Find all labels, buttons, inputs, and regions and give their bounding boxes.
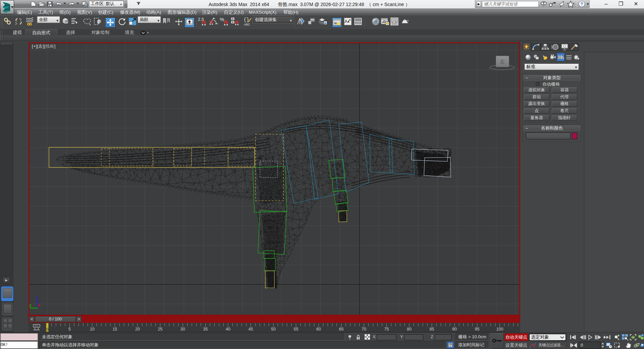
svg-text:75: 75	[384, 327, 389, 332]
svg-text:35: 35	[203, 327, 208, 332]
svg-text:80: 80	[407, 327, 412, 332]
svg-text:5: 5	[68, 327, 71, 332]
svg-text:60: 60	[316, 327, 321, 332]
svg-text:%: %	[220, 17, 224, 22]
svg-text:15: 15	[113, 327, 117, 332]
svg-text:90: 90	[452, 327, 457, 332]
svg-text:30: 30	[180, 327, 185, 332]
svg-text:40: 40	[226, 327, 230, 332]
svg-text:100: 100	[496, 327, 503, 332]
svg-text:45: 45	[249, 327, 253, 332]
svg-text:95: 95	[475, 327, 480, 332]
svg-text:65: 65	[339, 327, 344, 332]
svg-text:25: 25	[158, 327, 163, 332]
svg-text:ABC: ABC	[244, 23, 250, 26]
svg-text:55: 55	[294, 327, 299, 332]
svg-text:z: z	[36, 296, 38, 300]
svg-text:70: 70	[362, 327, 366, 332]
svg-text:85: 85	[430, 327, 434, 332]
svg-text:10: 10	[90, 327, 95, 332]
svg-text:20: 20	[135, 327, 140, 332]
svg-text:x: x	[38, 303, 40, 308]
svg-text:50: 50	[271, 327, 276, 332]
svg-text:?: ?	[581, 1, 583, 6]
svg-text:y: y	[29, 303, 32, 308]
